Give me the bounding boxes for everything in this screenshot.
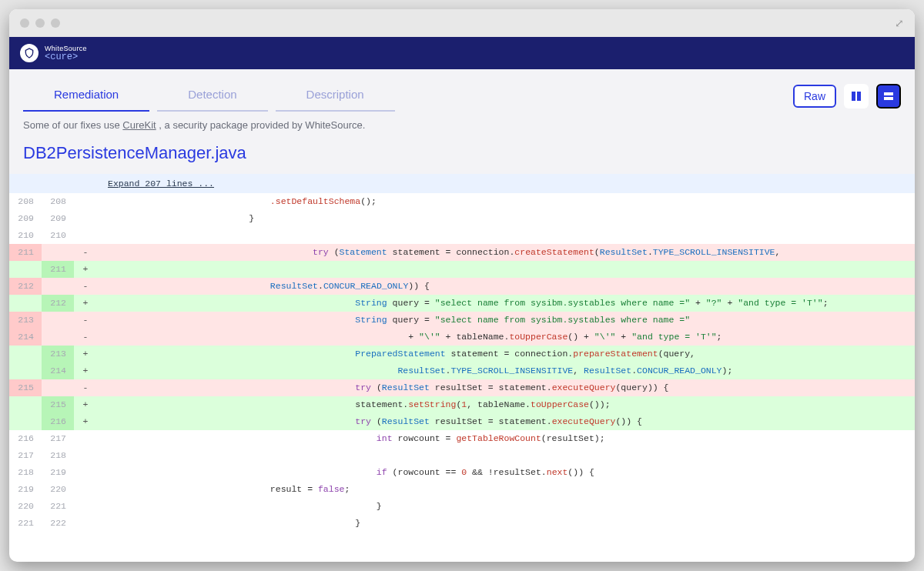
tabs-row: Remediation Detection Description Raw [23, 69, 901, 112]
code-content: ResultSet.CONCUR_READ_ONLY)) { [97, 278, 915, 295]
zoom-dot[interactable] [51, 18, 60, 28]
line-number-old: 220 [9, 498, 42, 515]
diff-marker: - [74, 312, 97, 329]
code-line: 214+ ResultSet.TYPE_SCROLL_INSENSITIVE, … [9, 362, 915, 379]
code-line: 215- try (ResultSet resultSet = statemen… [9, 379, 915, 396]
code-content: ResultSet.TYPE_SCROLL_INSENSITIVE, Resul… [97, 362, 915, 379]
line-number-old: 208 [9, 193, 42, 210]
svg-rect-2 [884, 92, 893, 95]
code-line: 219220 result = false; [9, 481, 915, 498]
code-content: String query = "select name from sysibm.… [97, 295, 915, 312]
tab-remediation[interactable]: Remediation [23, 80, 149, 112]
code-content: } [97, 515, 915, 532]
line-number-old: 219 [9, 481, 42, 498]
diff-marker [74, 210, 97, 227]
code-line: 218219 if (rowcount == 0 && !resultSet.n… [9, 464, 915, 481]
diff-marker [74, 193, 97, 210]
code-line: 212- ResultSet.CONCUR_READ_ONLY)) { [9, 278, 915, 295]
code-line: 217218 [9, 447, 915, 464]
info-note: Some of our fixes use CureKit , a securi… [23, 112, 901, 142]
diff-view: Expand 207 lines ... 208208 .setDefaultS… [9, 174, 915, 532]
code-content: try (ResultSet resultSet = statement.exe… [97, 379, 915, 396]
code-line: 216+ try (ResultSet resultSet = statemen… [9, 413, 915, 430]
code-content: PreparedStatement statement = connection… [97, 346, 915, 362]
tab-description[interactable]: Description [276, 80, 395, 112]
expand-icon[interactable]: ⤢ [895, 17, 904, 29]
line-number-new: 212 [42, 295, 74, 312]
close-dot[interactable] [20, 18, 29, 28]
line-number-old: 214 [9, 329, 42, 346]
brand-text: WhiteSource <cure> [45, 45, 87, 62]
note-suffix: , a security package provided by WhiteSo… [156, 119, 366, 131]
line-number-old: 213 [9, 312, 42, 329]
code-content: } [97, 498, 915, 515]
curekit-link[interactable]: CureKit [122, 119, 156, 131]
diff-marker [74, 464, 97, 481]
content-header: Remediation Detection Description Raw So… [9, 69, 915, 142]
view-controls: Raw [793, 84, 901, 109]
code-line: 208208 .setDefaultSchema(); [9, 193, 915, 210]
brand-bar: WhiteSource <cure> [9, 37, 915, 69]
line-number-old: 211 [9, 244, 42, 261]
code-content [97, 447, 915, 464]
line-number-new: 209 [42, 210, 74, 227]
unified-view-button[interactable] [876, 84, 901, 109]
code-line: 209209 } [9, 210, 915, 227]
line-number-new [42, 379, 74, 396]
line-number-old: 217 [9, 447, 42, 464]
line-number-old [9, 362, 42, 379]
expand-row[interactable]: Expand 207 lines ... [9, 174, 915, 193]
svg-rect-3 [884, 97, 893, 100]
diff-marker: + [74, 295, 97, 312]
diff-marker [74, 447, 97, 464]
code-line: 216217 int rowcount = getTableRowCount(r… [9, 430, 915, 447]
line-number-old [9, 295, 42, 312]
line-number-new: 213 [42, 346, 74, 362]
line-number-new: 214 [42, 362, 74, 379]
line-number-new: 220 [42, 481, 74, 498]
code-content: statement.setString(1, tableName.toUpper… [97, 396, 915, 413]
line-number-old [9, 413, 42, 430]
brand-product: <cure> [45, 52, 87, 62]
line-number-new: 208 [42, 193, 74, 210]
diff-marker: - [74, 379, 97, 396]
split-view-button[interactable] [844, 84, 869, 109]
line-number-new: 218 [42, 447, 74, 464]
diff-marker: + [74, 413, 97, 430]
code-content: if (rowcount == 0 && !resultSet.next()) … [97, 464, 915, 481]
line-number-new: 210 [42, 227, 74, 244]
code-content [97, 227, 915, 244]
line-number-new: 216 [42, 413, 74, 430]
titlebar: ⤢ [9, 9, 915, 37]
code-content [97, 261, 915, 278]
code-line: 214- + "\'" + tableName.toUpperCase() + … [9, 329, 915, 346]
code-content: + "\'" + tableName.toUpperCase() + "\'" … [97, 329, 915, 346]
minimize-dot[interactable] [35, 18, 45, 28]
svg-rect-1 [857, 92, 861, 101]
line-number-old: 215 [9, 379, 42, 396]
line-number-new [42, 329, 74, 346]
line-number-new: 222 [42, 515, 74, 532]
tab-detection[interactable]: Detection [157, 80, 267, 112]
diff-marker: - [74, 329, 97, 346]
brand-logo-icon [20, 44, 38, 62]
line-number-new: 221 [42, 498, 74, 515]
raw-button[interactable]: Raw [793, 85, 836, 108]
note-prefix: Some of our fixes use [23, 119, 122, 131]
code-line: 213- String query = "select name from sy… [9, 312, 915, 329]
diff-marker [74, 430, 97, 447]
code-line: 210210 [9, 227, 915, 244]
tabs: Remediation Detection Description [23, 80, 395, 112]
line-number-new: 211 [42, 261, 74, 278]
window-controls [20, 18, 60, 28]
line-number-new: 219 [42, 464, 74, 481]
line-number-old: 221 [9, 515, 42, 532]
filename-heading: DB2PersistenceManager.java [9, 142, 915, 174]
line-number-new: 215 [42, 396, 74, 413]
line-number-old: 218 [9, 464, 42, 481]
line-number-new [42, 278, 74, 295]
expand-link[interactable]: Expand 207 lines ... [108, 179, 214, 189]
diff-marker: + [74, 396, 97, 413]
line-number-old [9, 261, 42, 278]
code-content: int rowcount = getTableRowCount(resultSe… [97, 430, 915, 447]
